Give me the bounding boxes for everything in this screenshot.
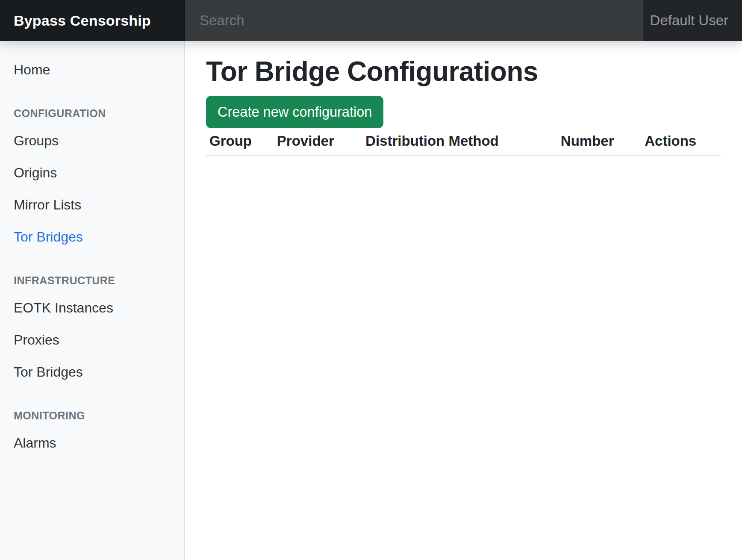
sidebar-list-item: Mirror Lists: [0, 189, 185, 221]
sidebar-item-infrastructure-eotk-instances[interactable]: EOTK Instances: [0, 292, 185, 324]
sidebar-nav-list-configuration: GroupsOriginsMirror ListsTor Bridges: [0, 125, 185, 253]
page-title: Tor Bridge Configurations: [206, 56, 721, 87]
sidebar-item-infrastructure-tor-bridges[interactable]: Tor Bridges: [0, 356, 185, 388]
sidebar: HomeCONFIGURATIONGroupsOriginsMirror Lis…: [0, 41, 185, 560]
sidebar-section-heading-configuration: CONFIGURATION: [0, 106, 185, 121]
sidebar-nav-list-main: Home: [0, 54, 185, 86]
column-header-provider: Provider: [274, 130, 362, 156]
sidebar-list-item: Tor Bridges: [0, 221, 185, 253]
brand-link[interactable]: Bypass Censorship: [0, 0, 185, 41]
sidebar-list-item: Tor Bridges: [0, 356, 185, 388]
sidebar-list-item: Origins: [0, 157, 185, 189]
sidebar-item-configuration-tor-bridges[interactable]: Tor Bridges: [0, 221, 185, 253]
user-menu-link[interactable]: Default User: [650, 12, 728, 29]
sidebar-item-monitoring-alarms[interactable]: Alarms: [0, 427, 185, 459]
configurations-table: GroupProviderDistribution MethodNumberAc…: [206, 130, 721, 156]
sidebar-list-item: Groups: [0, 125, 185, 157]
sidebar-list-item: Home: [0, 54, 185, 86]
sidebar-item-infrastructure-proxies[interactable]: Proxies: [0, 324, 185, 356]
sidebar-item-configuration-mirror-lists[interactable]: Mirror Lists: [0, 189, 185, 221]
sidebar-item-main-home[interactable]: Home: [0, 54, 185, 86]
sidebar-item-configuration-origins[interactable]: Origins: [0, 157, 185, 189]
create-configuration-button[interactable]: Create new configuration: [206, 96, 383, 128]
sidebar-list-item: Alarms: [0, 427, 185, 459]
column-header-number: Number: [557, 130, 641, 156]
top-navbar: Bypass Censorship Default User: [0, 0, 742, 41]
table-header-row: GroupProviderDistribution MethodNumberAc…: [206, 130, 721, 156]
sidebar-nav-list-monitoring: Alarms: [0, 427, 185, 459]
sidebar-section-heading-monitoring: MONITORING: [0, 408, 185, 424]
column-header-distribution-method: Distribution Method: [362, 130, 557, 156]
sidebar-list-item: Proxies: [0, 324, 185, 356]
sidebar-list-item: EOTK Instances: [0, 292, 185, 324]
sidebar-nav-list-infrastructure: EOTK InstancesProxiesTor Bridges: [0, 292, 185, 388]
search-input[interactable]: [185, 0, 643, 41]
column-header-actions: Actions: [641, 130, 721, 156]
page-layout: HomeCONFIGURATIONGroupsOriginsMirror Lis…: [0, 41, 742, 560]
user-nav-item: Default User: [643, 0, 742, 41]
column-header-group: Group: [206, 130, 274, 156]
sidebar-section-heading-infrastructure: INFRASTRUCTURE: [0, 273, 185, 289]
sidebar-item-configuration-groups[interactable]: Groups: [0, 125, 185, 157]
main-content: Tor Bridge Configurations Create new con…: [185, 41, 742, 560]
